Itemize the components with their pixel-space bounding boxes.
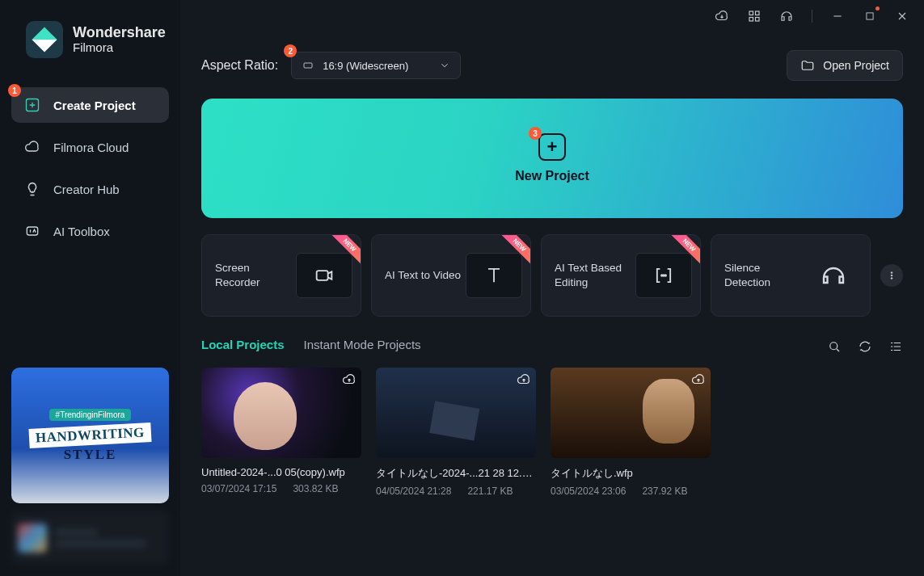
step-badge-2: 2 [284,44,297,57]
projects-grid: Untitled-2024-...0 05(copy).wfp 03/07/20… [201,368,903,497]
svg-point-14 [891,278,892,280]
window-titlebar [180,0,924,32]
new-project-hero[interactable]: 3 + New Project [201,99,903,218]
app-title: Wondershare Filmora [73,25,166,54]
tools-row: Screen Recorder AI Text to Video AI Text… [201,234,903,317]
brackets-icon [635,253,692,298]
apps-grid-icon[interactable] [747,9,762,23]
tab-instant-mode-projects[interactable]: Instant Mode Projects [304,338,421,355]
svg-rect-2 [749,11,753,15]
cloud-download-icon[interactable] [715,9,729,23]
close-icon[interactable] [895,9,909,23]
headphones-icon [805,253,862,298]
project-card[interactable]: タイトルなし.wfp 03/05/2024 23:06237.92 KB [551,368,711,497]
plus-icon: 3 + [538,133,566,161]
list-view-icon[interactable] [888,339,903,354]
camera-icon [296,253,352,298]
svg-rect-8 [317,271,328,280]
svg-point-11 [665,275,666,275]
app-logo: Wondershare Filmora [11,21,169,58]
project-thumbnail [376,368,536,458]
svg-rect-6 [867,13,873,19]
aspect-ratio-label: Aspect Ratio: [201,58,278,73]
project-card[interactable]: タイトルなし-2024-...21 28 12.wfp 04/05/2024 2… [376,368,536,497]
svg-point-13 [891,275,892,276]
sidebar-item-label: Creator Hub [53,183,120,196]
project-card[interactable]: Untitled-2024-...0 05(copy).wfp 03/07/20… [201,368,361,497]
tab-local-projects[interactable]: Local Projects [201,338,285,355]
step-badge-1: 1 [8,84,21,97]
cloud-upload-icon[interactable] [342,372,357,390]
svg-rect-4 [749,18,753,22]
svg-rect-7 [304,63,312,68]
project-name: タイトルなし-2024-...21 28 12.wfp [376,466,536,481]
promo-line1: HANDWRITING [29,423,152,448]
aspect-ratio-value: 16:9 (Widescreen) [323,60,408,72]
tool-ai-text-based-editing[interactable]: AI Text Based Editing [541,234,701,317]
minimize-icon[interactable] [830,9,845,23]
svg-point-9 [661,275,662,275]
avatar [18,523,47,553]
tool-ai-text-to-video[interactable]: AI Text to Video [371,234,531,317]
project-meta: 03/07/2024 17:15303.82 KB [201,483,361,494]
step-badge-3: 3 [529,127,542,140]
headset-icon[interactable] [779,9,794,23]
open-project-label: Open Project [823,59,889,72]
promo-card[interactable]: #TrendinginFilmora HANDWRITING STYLE [11,368,169,503]
sidebar-nav: 1 Create Project Filmora Cloud Creator H… [11,87,169,249]
project-thumbnail [201,368,361,458]
svg-rect-5 [756,18,760,22]
separator [812,10,812,23]
project-name: タイトルなし.wfp [551,466,711,481]
svg-point-15 [830,342,838,349]
search-icon[interactable] [827,339,842,354]
logo-icon [26,21,63,58]
project-meta: 03/05/2024 23:06237.92 KB [551,486,711,497]
user-account-box[interactable] [11,511,169,565]
svg-point-12 [891,272,892,274]
sidebar-item-label: AI Toolbox [53,225,110,238]
dots-vertical-icon [886,270,897,281]
sidebar-item-ai-toolbox[interactable]: AI Toolbox [11,213,169,249]
project-meta: 04/05/2024 21:28221.17 KB [376,486,536,497]
chevron-down-icon [439,60,450,71]
main-area: Aspect Ratio: 2 16:9 (Widescreen) Open P… [180,0,924,576]
sidebar-item-label: Filmora Cloud [53,141,129,154]
cloud-upload-icon[interactable] [691,372,706,390]
widescreen-icon [302,61,314,70]
sidebar-item-creator-hub[interactable]: Creator Hub [11,171,169,207]
maximize-icon[interactable] [863,9,877,23]
refresh-icon[interactable] [858,339,872,354]
sidebar-item-create-project[interactable]: 1 Create Project [11,87,169,123]
open-project-button[interactable]: Open Project [787,50,903,81]
svg-rect-1 [27,227,37,235]
project-thumbnail [551,368,711,458]
svg-point-10 [663,275,664,275]
promo-chip: #TrendinginFilmora [49,409,132,421]
text-icon [466,253,522,298]
aspect-ratio-select[interactable]: 2 16:9 (Widescreen) [291,52,461,79]
folder-icon [800,58,815,73]
sidebar: Wondershare Filmora 1 Create Project Fil… [0,0,180,576]
cloud-icon [24,139,40,155]
bulb-icon [24,181,40,197]
projects-tabs: Local Projects Instant Mode Projects [201,338,903,355]
new-project-label: New Project [515,169,589,183]
project-name: Untitled-2024-...0 05(copy).wfp [201,466,361,478]
ai-icon [24,223,40,239]
promo-line2: STYLE [64,447,117,463]
plus-square-icon [24,97,40,113]
tool-silence-detection[interactable]: Silence Detection [711,234,871,317]
tool-screen-recorder[interactable]: Screen Recorder [201,234,361,317]
sidebar-item-filmora-cloud[interactable]: Filmora Cloud [11,129,169,165]
svg-rect-3 [756,11,760,15]
cloud-upload-icon[interactable] [517,372,531,390]
sidebar-item-label: Create Project [53,99,136,112]
more-tools-button[interactable] [880,264,903,287]
